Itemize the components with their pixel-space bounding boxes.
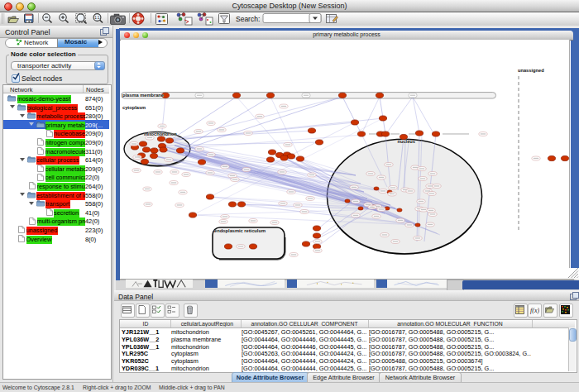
svg-text:endoplasmic reticulum: endoplasmic reticulum — [214, 228, 266, 233]
svg-text:nucleus: nucleus — [398, 139, 416, 144]
svg-text:unassigned: unassigned — [518, 68, 544, 73]
svg-text:1:1: 1:1 — [94, 16, 100, 20]
svg-text:Search:: Search: — [236, 15, 260, 23]
svg-text:f(x): f(x) — [530, 307, 539, 314]
svg-text:plasma membrane: plasma membrane — [122, 93, 164, 98]
svg-text:cytoplasm: cytoplasm — [122, 105, 146, 110]
svg-text:mitochondrion: mitochondrion — [144, 131, 177, 136]
